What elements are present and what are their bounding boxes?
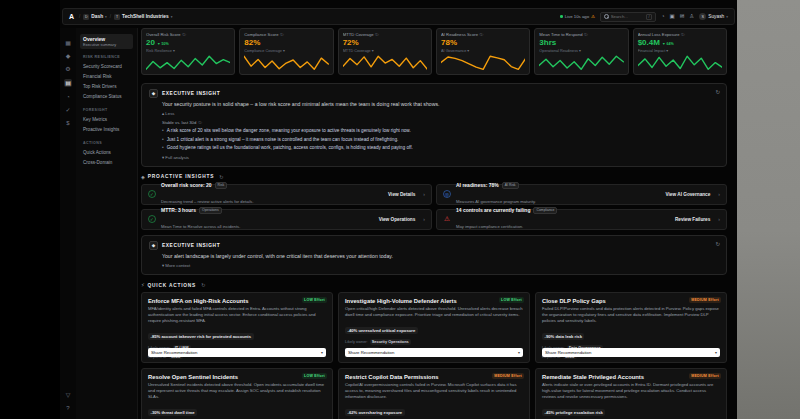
check-circle-icon: ✓ xyxy=(148,215,156,223)
notifications-icon[interactable]: ◔ xyxy=(661,14,664,20)
info-icon[interactable]: ⓘ xyxy=(198,120,202,125)
kpi-category-selector[interactable]: Operational Readiness ▾ xyxy=(539,48,623,53)
search-input[interactable] xyxy=(611,14,644,19)
icon-rail: ▦ ◆ ⚙ ▤ ◔ ✓ $ ▽ ? xyxy=(60,28,76,419)
history-icon[interactable]: ◔ xyxy=(66,94,70,100)
sidebar-item-overview[interactable]: Overview Executive summary xyxy=(80,34,133,49)
warning-triangle-icon: ⚠ xyxy=(443,215,451,223)
sidebar-item-financial-risk[interactable]: Financial Risk xyxy=(80,72,133,82)
alert-warning-icon[interactable]: ⚠ xyxy=(591,14,595,19)
effort-badge: LOW Effort xyxy=(302,373,327,379)
share-recommendation-select[interactable]: Share Recommendation▾ xyxy=(345,348,523,357)
security-icon[interactable]: ◆ xyxy=(66,53,71,59)
sparkline-chart xyxy=(638,54,722,71)
kpi-mean-time-to-respond: Mean Time to Respondⓘ 3hrs Operational R… xyxy=(534,28,628,75)
kpi-category-selector[interactable]: MTTD Coverage ▾ xyxy=(343,48,427,53)
refresh-icon[interactable]: ↻ xyxy=(219,174,223,180)
kpi-category-selector[interactable]: Financial Impact ▾ xyxy=(638,48,722,53)
info-icon[interactable]: ⓘ xyxy=(375,32,379,37)
panel-title: EXECUTIVE INSIGHT xyxy=(162,91,220,96)
impact-metric: -85% account takeover risk for protected… xyxy=(148,333,254,340)
info-icon[interactable]: ⓘ xyxy=(280,32,284,37)
kpi-category-selector[interactable]: Compliance Coverage ▾ xyxy=(244,48,328,53)
insight-bullet: •A risk score of 20 sits well below the … xyxy=(162,128,719,134)
more-context-link[interactable]: ▾ More context xyxy=(162,263,719,268)
app-window: A / D Dash ▾ / T TechShell Industries ▾ … xyxy=(60,0,737,419)
sparkline-chart xyxy=(244,54,328,71)
info-icon[interactable]: ⓘ xyxy=(182,32,186,37)
action-card-stale-privileged-accounts: MEDIUM Effort Remediate Stale Privileged… xyxy=(535,368,727,419)
info-icon[interactable]: ⓘ xyxy=(584,32,588,37)
feedback-icon[interactable]: ✉ xyxy=(680,14,685,20)
insight-card-risk-score: ✓ Overall risk score: 20Risk Decreasing … xyxy=(141,184,432,205)
kpi-category-selector[interactable]: AI Governance ▾ xyxy=(441,48,525,53)
insight-bullet: •Just 1 critical alert is a strong signa… xyxy=(162,137,719,143)
user-menu[interactable]: S Suyash ▾ xyxy=(699,13,728,20)
kpi-compliance-score: Compliance Scoreⓘ 82% Compliance Coverag… xyxy=(239,28,333,75)
full-analysis-link[interactable]: ▾ Full analysis xyxy=(162,155,719,160)
finance-icon[interactable]: $ xyxy=(66,120,69,126)
tools-icon[interactable]: ✓ xyxy=(65,107,70,113)
panel-title: EXECUTIVE INSIGHT xyxy=(162,243,220,248)
view-operations-link[interactable]: View Operations xyxy=(379,217,416,222)
ai-circle-icon: ◎ xyxy=(443,190,451,198)
insight-bullet: •Good hygiene ratings tell us the founda… xyxy=(162,145,719,151)
chevron-right-icon: › xyxy=(423,216,425,222)
sidebar-section-risk-resilience: RISK RESILIENCE xyxy=(83,55,133,59)
collapse-link[interactable]: ▴ Less xyxy=(162,111,719,116)
executive-insight-panel: ↻ ◆ EXECUTIVE INSIGHT Your security post… xyxy=(141,83,727,167)
gear-icon[interactable]: ⚙ xyxy=(65,66,70,72)
action-card-copilot-permissions: MEDIUM Effort Restrict Copilot Data Perm… xyxy=(338,368,530,419)
sidebar-item-top-risk-drivers[interactable]: Top Risk Drivers xyxy=(80,82,133,92)
user-avatar: S xyxy=(699,13,706,20)
refresh-icon[interactable]: ↻ xyxy=(715,241,720,247)
live-dot-icon xyxy=(560,15,563,18)
category-badge: Operations xyxy=(199,207,222,214)
action-card-enforce-mfa: LOW Effort Enforce MFA on High-Risk Acco… xyxy=(141,292,333,363)
sidebar-section-actions: ACTIONS xyxy=(83,141,133,145)
effort-badge: LOW Effort xyxy=(302,297,327,303)
info-icon[interactable]: ⓘ xyxy=(480,32,484,37)
sidebar-item-key-metrics[interactable]: Key Metrics xyxy=(80,115,133,125)
owner-chip: Security Operations xyxy=(370,339,411,345)
desktop-background xyxy=(737,0,800,419)
sidebar-item-security-scorecard[interactable]: Security Scorecard xyxy=(80,62,133,72)
view-ai-governance-link[interactable]: View AI Governance xyxy=(666,192,711,197)
sidebar-item-proactive-insights[interactable]: Proactive Insights xyxy=(80,125,133,135)
chevron-down-icon: ▾ xyxy=(518,350,520,355)
view-details-link[interactable]: View Details xyxy=(388,192,415,197)
sparkline-chart xyxy=(441,54,525,71)
sparkline-chart xyxy=(146,54,230,71)
category-badge: Compliance xyxy=(533,207,557,214)
apps-icon[interactable]: ▣ xyxy=(669,14,674,20)
kpi-overall-risk-score: Overall Risk Scoreⓘ 20▼ 50% Risk Resilie… xyxy=(141,28,235,75)
impact-metric: -90% data leak risk xyxy=(542,333,584,340)
impact-metric: -45% privilege escalation risk xyxy=(542,409,605,416)
accessibility-icon[interactable]: ♙ xyxy=(689,14,694,20)
kpi-category-selector[interactable]: Risk Resilience ▾ xyxy=(146,48,230,53)
refresh-icon[interactable]: ↻ xyxy=(715,89,720,95)
breadcrumb-dash[interactable]: D Dash ▾ xyxy=(83,14,107,20)
breadcrumb-tenant[interactable]: T TechShell Industries ▾ xyxy=(114,14,172,20)
download-icon[interactable]: ▽ xyxy=(66,392,71,398)
chevron-down-icon: ▾ xyxy=(105,15,107,19)
help-icon[interactable]: ? xyxy=(66,405,69,411)
kpi-mttd-coverage: MTTD Coverageⓘ 72% MTTD Coverage ▾ xyxy=(338,28,432,75)
refresh-icon[interactable]: ↻ xyxy=(201,282,205,288)
insight-card-mttr: ✓ MTTR: 3 hoursOperations Mean Time to R… xyxy=(141,209,432,230)
sidebar-item-cross-domain[interactable]: Cross-Domain xyxy=(80,158,133,168)
review-failures-link[interactable]: Review Failures xyxy=(675,217,710,222)
reports-icon[interactable]: ▤ xyxy=(64,79,72,87)
action-card-defender-alerts: LOW Effort Investigate High-Volume Defen… xyxy=(338,292,530,363)
sidebar-item-compliance-status[interactable]: Compliance Status xyxy=(80,92,133,102)
sparkline-chart xyxy=(539,54,623,71)
share-recommendation-select[interactable]: Share Recommendation▾ xyxy=(542,348,720,357)
chevron-right-icon: › xyxy=(423,191,425,197)
impact-metric: -30% threat dwell time xyxy=(148,409,197,416)
chevron-down-icon: ▾ xyxy=(715,350,717,355)
sidebar-item-quick-actions[interactable]: Quick Actions xyxy=(80,148,133,158)
info-icon[interactable]: ⓘ xyxy=(681,32,685,37)
search-box[interactable]: / xyxy=(600,12,656,22)
share-recommendation-select[interactable]: Share Recommendation▾ xyxy=(148,348,326,357)
dashboard-icon[interactable]: ▦ xyxy=(65,40,71,46)
